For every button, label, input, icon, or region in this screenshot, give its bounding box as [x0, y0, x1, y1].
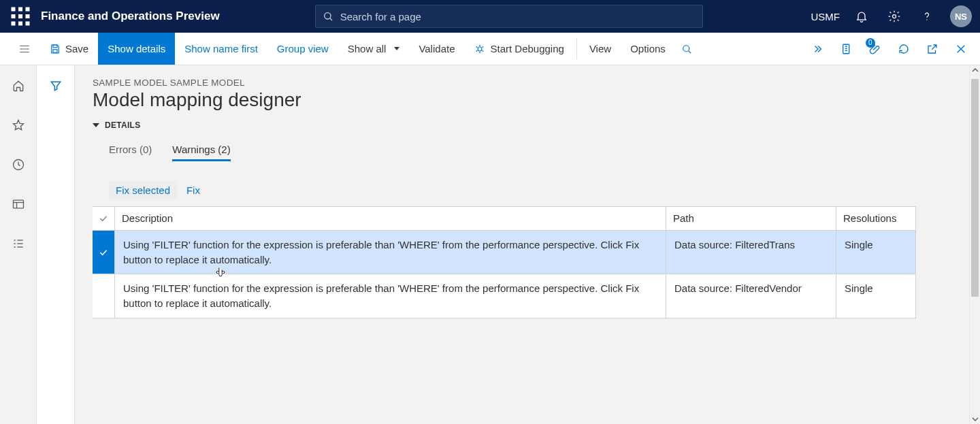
modules-icon[interactable]	[7, 233, 29, 255]
svg-rect-4	[18, 14, 22, 18]
show-details-label: Show details	[108, 43, 165, 54]
svg-rect-6	[12, 22, 16, 26]
svg-rect-5	[26, 14, 30, 18]
column-resolutions[interactable]: Resolutions	[836, 207, 915, 230]
validate-label: Validate	[419, 43, 455, 54]
home-icon[interactable]	[7, 75, 29, 97]
warnings-toolbar: Fix selected Fix	[109, 181, 962, 199]
close-button[interactable]	[949, 37, 973, 61]
details-section-header[interactable]: DETAILS	[93, 120, 962, 130]
table-row[interactable]: Using 'FILTER' function for the expressi…	[93, 231, 915, 275]
scroll-up-icon[interactable]	[970, 65, 980, 75]
tab-errors-label: Errors (0)	[109, 144, 152, 155]
options-label: Options	[630, 43, 666, 54]
refresh-button[interactable]	[892, 37, 916, 61]
group-view-label: Group view	[277, 43, 329, 54]
body: SAMPLE MODEL SAMPLE MODEL Model mapping …	[0, 65, 980, 424]
group-view-button[interactable]: Group view	[267, 33, 338, 65]
cell-description: Using 'FILTER' function for the expressi…	[114, 274, 666, 318]
warnings-grid: Description Path Resolutions Using 'FILT…	[93, 206, 916, 319]
cell-description: Using 'FILTER' function for the expressi…	[114, 231, 666, 274]
options-menu[interactable]: Options	[621, 33, 675, 65]
svg-point-18	[478, 47, 482, 51]
select-all-checkbox[interactable]	[93, 207, 114, 230]
cell-path: Data source: FilteredVendor	[666, 274, 836, 318]
validate-button[interactable]: Validate	[409, 33, 464, 65]
environment-label[interactable]: USMF	[811, 11, 840, 22]
svg-rect-0	[12, 7, 16, 12]
personalize-button[interactable]	[806, 37, 830, 61]
show-name-first-label: Show name first	[184, 43, 258, 54]
cell-resolutions: Single	[836, 231, 915, 274]
column-path[interactable]: Path	[666, 207, 836, 230]
search-icon	[323, 11, 333, 22]
column-description[interactable]: Description	[114, 207, 666, 230]
app-launcher-icon[interactable]	[8, 4, 33, 29]
user-avatar[interactable]: NS	[950, 5, 972, 27]
filter-icon[interactable]	[45, 75, 67, 97]
search-icon	[681, 43, 693, 55]
svg-rect-25	[13, 200, 23, 208]
save-button[interactable]: Save	[39, 33, 98, 65]
save-label: Save	[65, 43, 88, 54]
svg-line-10	[330, 18, 332, 20]
vertical-scrollbar[interactable]	[969, 65, 980, 424]
attachment-count-badge: 0	[866, 38, 875, 48]
debug-icon	[474, 43, 486, 55]
view-menu[interactable]: View	[580, 33, 621, 65]
svg-point-11	[893, 15, 896, 18]
show-all-label: Show all	[348, 43, 387, 54]
row-checkbox[interactable]	[93, 231, 114, 274]
workspaces-icon[interactable]	[7, 193, 29, 215]
personalize-icon	[812, 43, 824, 55]
refresh-icon	[898, 43, 910, 55]
details-label: DETAILS	[105, 120, 141, 130]
start-debugging-button[interactable]: Start Debugging	[464, 33, 573, 65]
tab-errors[interactable]: Errors (0)	[109, 140, 152, 161]
svg-rect-3	[12, 14, 16, 18]
settings-gear-icon[interactable]	[881, 3, 908, 30]
show-details-button[interactable]: Show details	[98, 33, 175, 65]
details-tabs: Errors (0) Warnings (2)	[93, 140, 962, 161]
svg-rect-1	[18, 7, 22, 12]
content-area: SAMPLE MODEL SAMPLE MODEL Model mapping …	[75, 65, 980, 424]
fix-selected-button[interactable]: Fix selected	[109, 181, 177, 199]
popout-button[interactable]	[920, 37, 945, 61]
help-icon[interactable]	[913, 3, 941, 30]
row-checkbox[interactable]	[93, 274, 114, 318]
global-navbar: Finance and Operations Preview USMF NS	[0, 0, 980, 33]
search-input[interactable]	[340, 11, 696, 22]
breadcrumb: SAMPLE MODEL SAMPLE MODEL	[93, 78, 962, 88]
svg-line-20	[689, 51, 691, 53]
fix-button[interactable]: Fix	[180, 181, 207, 199]
notifications-icon[interactable]	[848, 3, 875, 30]
svg-point-19	[683, 45, 689, 51]
tab-warnings-label: Warnings (2)	[172, 144, 230, 155]
svg-rect-8	[26, 22, 30, 26]
check-icon	[98, 247, 109, 258]
scroll-down-icon[interactable]	[970, 414, 980, 424]
attachments-button[interactable]: 0	[863, 37, 887, 61]
scrollbar-thumb[interactable]	[971, 79, 979, 297]
svg-rect-7	[18, 22, 22, 26]
brand-title: Finance and Operations Preview	[41, 10, 220, 23]
svg-rect-21	[843, 44, 849, 54]
office-icon	[840, 43, 853, 55]
command-search-button[interactable]	[675, 33, 698, 65]
navigation-rail	[0, 65, 37, 424]
show-all-dropdown[interactable]: Show all	[338, 33, 410, 65]
table-row[interactable]: Using 'FILTER' function for the expressi…	[93, 274, 915, 318]
filter-strip	[37, 65, 75, 424]
favorites-icon[interactable]	[7, 114, 29, 136]
office-addin-button[interactable]	[834, 37, 859, 61]
tab-warnings[interactable]: Warnings (2)	[172, 140, 230, 161]
grid-header: Description Path Resolutions	[93, 207, 915, 231]
svg-rect-16	[53, 45, 57, 48]
svg-rect-17	[53, 49, 57, 52]
nav-pane-toggle-icon[interactable]	[10, 33, 39, 65]
cell-resolutions: Single	[836, 274, 915, 318]
recent-icon[interactable]	[7, 154, 29, 176]
show-name-first-button[interactable]: Show name first	[175, 33, 267, 65]
svg-rect-2	[26, 7, 30, 12]
global-search[interactable]	[315, 5, 703, 28]
